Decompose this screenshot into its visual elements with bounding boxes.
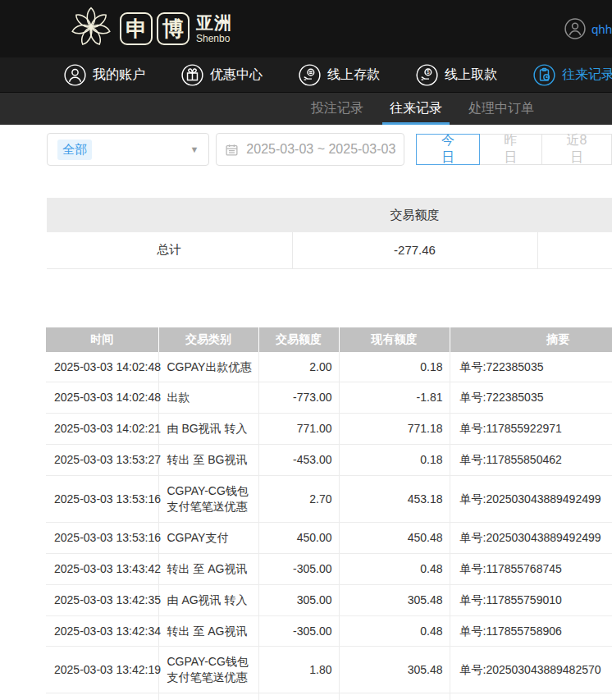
summary-total-label: 总计 <box>47 232 292 268</box>
nav-label: 往来记录 <box>562 66 612 84</box>
cell-balance: 305.48 <box>339 647 450 693</box>
cell-time: 2025-03-03 13:43:42 <box>46 553 158 584</box>
today-button[interactable]: 今日 <box>416 134 479 165</box>
cell-summary: 单号:117855758906 <box>450 615 612 647</box>
cell-type: 由 BG视讯 转入 <box>158 414 258 445</box>
table-row: 2025-03-03 13:42:35 由 AG视讯 转入 305.00 305… <box>46 584 612 615</box>
cell-time: 2025-03-03 13:53:16 <box>46 522 158 553</box>
cell-time: 2025-03-03 13:42:19 <box>46 693 158 700</box>
cell-time: 2025-03-03 14:02:48 <box>46 382 158 414</box>
cell-balance: 453.18 <box>339 476 450 523</box>
col-header-balance: 现有额度 <box>339 327 450 352</box>
flower-logo-icon <box>69 5 113 53</box>
tab-pending-orders[interactable]: 处理中订单 <box>459 93 543 125</box>
col-header-type: 交易类别 <box>158 327 258 352</box>
cell-time: 2025-03-03 14:02:48 <box>46 352 158 382</box>
logo-region-en: Shenbo <box>196 34 232 43</box>
cell-type: CGPAY-CG钱包支付笔笔送优惠 <box>158 647 258 693</box>
cell-balance: 771.18 <box>339 414 450 445</box>
summary-header-empty <box>47 198 292 232</box>
col-header-amount: 交易额度 <box>258 327 339 352</box>
table-row: 2025-03-03 13:53:16 CGPAY-CG钱包支付笔笔送优惠 2.… <box>46 476 612 523</box>
withdraw-icon: $ <box>416 64 438 86</box>
cell-balance: 0.18 <box>339 352 450 382</box>
cell-balance: 0.48 <box>339 615 450 647</box>
user-account[interactable]: qhh <box>564 18 612 39</box>
cell-type: 转出 至 AG视讯 <box>158 615 258 647</box>
tab-transaction-records[interactable]: 往来记录 <box>381 93 451 125</box>
cell-type: CGPAY-CG钱包支付笔笔送优惠 <box>158 476 258 523</box>
last-8-days-button[interactable]: 近8日 <box>541 134 612 165</box>
yesterday-button[interactable]: 昨日 <box>479 134 542 165</box>
cell-summary: 单号:202503043889492499 <box>450 476 612 523</box>
date-range-value: 2025-03-03 ~ 2025-03-03 <box>246 142 395 157</box>
summary-total-value: -277.46 <box>292 232 537 268</box>
cell-balance: 305.48 <box>339 584 450 615</box>
logo-char-bo: 博 <box>157 12 190 45</box>
cell-summary: 单号:722385035 <box>450 352 612 382</box>
table-row: 2025-03-03 13:42:19 CGPAY-CG钱包支付笔笔送优惠 1.… <box>46 647 612 693</box>
cell-balance: 303.68 <box>339 693 450 700</box>
table-row: 2025-03-03 14:02:48 CGPAY出款优惠 2.00 0.18 … <box>46 352 612 382</box>
table-row: 2025-03-03 13:42:34 转出 至 AG视讯 -305.00 0.… <box>46 615 612 647</box>
user-icon <box>64 64 86 86</box>
table-row: 2025-03-03 13:53:27 转出 至 BG视讯 -453.00 0.… <box>46 445 612 476</box>
table-row: 2025-03-03 14:02:48 出款 -773.00 -1.81 单号:… <box>46 382 612 414</box>
cell-balance: -1.81 <box>339 382 450 414</box>
nav-label: 我的账户 <box>93 66 145 84</box>
logo[interactable]: 申 博 亚洲 Shenbo <box>69 5 232 53</box>
table-row: 2025-03-03 13:53:16 CGPAY支付 450.00 450.4… <box>46 522 612 553</box>
username: qhh <box>591 22 612 36</box>
cell-type: CGPAY支付 <box>158 693 258 700</box>
cell-amount: 2.00 <box>258 352 339 382</box>
cell-summary: 单号:722385035 <box>450 382 612 414</box>
summary-total-row: 总计 -277.46 <box>47 232 612 268</box>
logo-region: 亚洲 Shenbo <box>196 14 232 43</box>
deposit-icon <box>299 64 321 86</box>
transaction-type-select[interactable]: 全部 ▼ <box>47 133 209 166</box>
nav-label: 线上存款 <box>327 66 380 84</box>
cell-type: 转出 至 AG视讯 <box>158 553 258 584</box>
cell-amount: 305.00 <box>258 584 339 615</box>
nav-item-deposit[interactable]: 线上存款 <box>299 64 380 86</box>
calendar-icon <box>225 143 239 157</box>
cell-amount: -305.00 <box>258 553 339 584</box>
nav-item-my-account[interactable]: 我的账户 <box>64 64 145 86</box>
summary-header-empty2 <box>537 198 612 232</box>
svg-text:$: $ <box>427 69 430 75</box>
cell-summary: 单号:117855768745 <box>450 553 612 584</box>
table-row: 2025-03-03 14:02:21 由 BG视讯 转入 771.00 771… <box>46 414 612 445</box>
cell-time: 2025-03-03 13:42:35 <box>46 584 158 615</box>
table-row: 2025-03-03 13:42:19 CGPAY支付 300.00 303.6… <box>46 693 612 700</box>
cell-amount: 1.80 <box>258 647 339 693</box>
filter-row: 全部 ▼ 2025-03-03 ~ 2025-03-03 今日 昨日 近8日 <box>47 133 612 166</box>
summary-header-row: 交易额度 <box>47 198 612 232</box>
selected-type-chip: 全部 <box>57 140 92 160</box>
date-range-input[interactable]: 2025-03-03 ~ 2025-03-03 <box>216 133 404 166</box>
records-table: 时间 交易类别 交易额度 现有额度 摘要 2025-03-03 14:02:48… <box>46 327 612 700</box>
nav-item-promotions[interactable]: 优惠中心 <box>181 64 263 86</box>
cell-type: 由 AG视讯 转入 <box>158 584 258 615</box>
cell-summary: 单号:202503043889492499 <box>450 522 612 553</box>
logo-region-cn: 亚洲 <box>196 14 232 31</box>
cell-balance: 450.48 <box>339 522 450 553</box>
summary-header-amount: 交易额度 <box>292 198 537 232</box>
nav-item-withdraw[interactable]: $ 线上取款 <box>416 64 497 86</box>
cell-amount: 300.00 <box>258 693 339 700</box>
cell-summary: 单号:202503043889482570 <box>450 647 612 693</box>
cell-amount: 771.00 <box>258 414 339 445</box>
records-icon <box>533 64 555 86</box>
nav-label: 优惠中心 <box>210 66 263 84</box>
table-row: 2025-03-03 13:43:42 转出 至 AG视讯 -305.00 0.… <box>46 553 612 584</box>
cell-amount: -305.00 <box>258 615 339 647</box>
cell-amount: 450.00 <box>258 522 339 553</box>
cell-type: CGPAY支付 <box>158 522 258 553</box>
col-header-summary: 摘要 <box>450 327 612 352</box>
records-header-row: 时间 交易类别 交易额度 现有额度 摘要 <box>46 327 612 352</box>
tab-betting-records[interactable]: 投注记录 <box>302 93 372 125</box>
nav-item-transaction-records[interactable]: 往来记录 <box>533 64 612 86</box>
cell-type: CGPAY出款优惠 <box>158 352 258 382</box>
gift-icon <box>181 64 203 86</box>
cell-type: 出款 <box>158 382 258 414</box>
page: 申 博 亚洲 Shenbo qhh <box>0 0 612 700</box>
